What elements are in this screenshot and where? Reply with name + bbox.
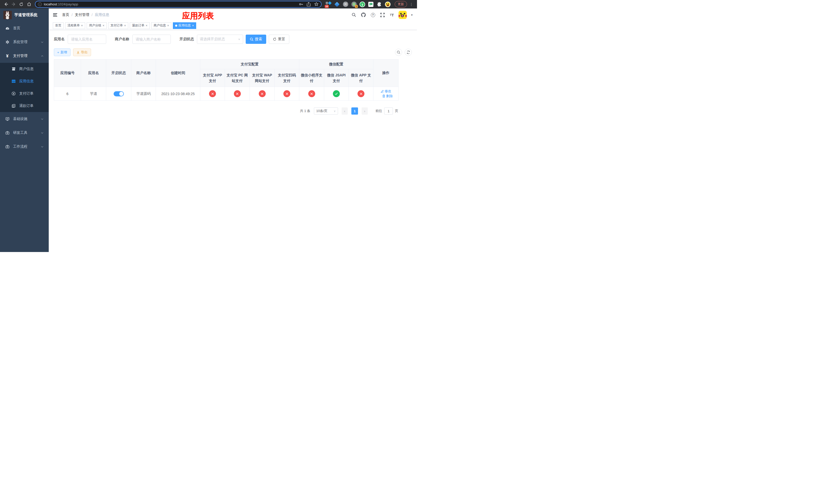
payment-status-icon — [283, 90, 290, 97]
site-info-icon[interactable]: i — [38, 2, 42, 6]
tag-merchant-info[interactable]: 商户信息× — [151, 22, 171, 29]
sidebar-item-label: 研发工具 — [13, 131, 27, 135]
sidebar-submenu-payment: 商户信息 应用信息 支付订单 退款订单 — [0, 63, 49, 112]
font-size-icon[interactable]: TT — [389, 12, 395, 18]
help-icon[interactable]: ? — [370, 12, 376, 18]
page-number-1[interactable]: 1 — [351, 108, 358, 115]
tag-user-group[interactable]: 用户分组× — [87, 22, 107, 29]
refresh-table-button[interactable] — [405, 49, 412, 56]
edit-link[interactable]: 修改 — [380, 89, 391, 94]
close-icon[interactable]: × — [167, 24, 169, 27]
tag-process-form[interactable]: 流程表单× — [65, 22, 85, 29]
sidebar-item-infra[interactable]: 基础设施 — [0, 112, 49, 126]
goto-unit-label: 页 — [395, 109, 398, 113]
chevron-up-icon — [41, 54, 44, 58]
sidebar-item-label: 退款订单 — [19, 104, 34, 108]
chat-bubble-glyph — [369, 3, 373, 6]
extension-command-icon[interactable]: ⌘ — [343, 2, 348, 7]
storefront-icon — [11, 67, 16, 71]
back-arrow-icon — [4, 2, 8, 6]
tag-refund-order[interactable]: 退款订单× — [130, 22, 150, 29]
bookmark-star-icon[interactable] — [314, 2, 319, 6]
close-icon[interactable]: × — [146, 24, 148, 27]
prev-page-button[interactable]: ‹ — [342, 108, 348, 115]
search-button[interactable]: 搜索 — [246, 35, 266, 44]
export-button[interactable]: 导出 — [73, 48, 91, 56]
app-title: 芋道管理系统 — [14, 13, 38, 18]
breadcrumb-payment[interactable]: 支付管理 — [75, 13, 89, 17]
share-icon[interactable] — [307, 2, 311, 6]
extension-chat-icon[interactable] — [368, 2, 374, 7]
url-text[interactable]: localhost:1024/pay/app — [44, 2, 297, 6]
browser-update-button[interactable]: 更新 — [395, 1, 407, 7]
extension-emoji-icon[interactable] — [385, 2, 391, 7]
sidebar-item-merchant-info[interactable]: 商户信息 — [0, 63, 49, 75]
user-menu-caret-icon[interactable]: ▼ — [411, 14, 413, 17]
url-path: :1024/pay/app — [57, 2, 78, 6]
address-bar[interactable]: i localhost:1024/pay/app — [35, 1, 322, 8]
app-logo — [3, 11, 12, 19]
breadcrumb-home[interactable]: 首页 — [62, 13, 69, 17]
app-name-input[interactable] — [68, 35, 106, 44]
extension-blue-diamond-icon[interactable]: 10 — [326, 2, 331, 7]
column-header-wechat-jsapi: 微信 JSAPI 支付 — [324, 69, 349, 87]
payment-status-icon — [234, 90, 241, 97]
sidebar-item-system[interactable]: 系统管理 — [0, 35, 49, 49]
sidebar-item-pay-order[interactable]: 支付订单 — [0, 87, 49, 100]
close-icon[interactable]: × — [81, 24, 83, 27]
browser-home-button[interactable] — [26, 1, 32, 8]
add-button[interactable]: + 新增 — [54, 48, 70, 56]
sidebar-item-dev-tools[interactable]: 研发工具 — [0, 126, 49, 140]
goto-page-input[interactable] — [384, 108, 393, 115]
tag-pay-order[interactable]: 支付订单× — [108, 22, 128, 29]
browser-reload-button[interactable] — [18, 1, 25, 8]
status-select[interactable]: 请选择开启状态 ∨ — [197, 35, 243, 44]
cross-icon — [236, 92, 239, 95]
browser-forward-button[interactable] — [10, 1, 17, 8]
payment-status-icon — [209, 90, 216, 97]
extension-yuque-icon[interactable]: y — [359, 2, 365, 7]
fullscreen-icon[interactable] — [379, 12, 385, 18]
edit-pencil-icon — [380, 90, 384, 93]
merchant-name-input[interactable] — [132, 35, 171, 44]
tag-home[interactable]: 首页× — [53, 22, 64, 29]
tag-app-info[interactable]: 应用信息× — [173, 22, 196, 29]
sidebar-item-workflow[interactable]: 工作流程 — [0, 140, 49, 154]
sidebar: 芋道管理系统 首页 系统管理 ¥ 支付管理 — [0, 8, 49, 252]
sidebar-item-payment[interactable]: ¥ 支付管理 — [0, 49, 49, 63]
sidebar-item-home[interactable]: 首页 — [0, 21, 49, 35]
sidebar-item-app-info[interactable]: 应用信息 — [0, 75, 49, 87]
chevron-down-icon — [41, 41, 44, 44]
pagination-total: 共 1 条 — [300, 109, 310, 113]
sidebar-logo-row[interactable]: 芋道管理系统 — [0, 8, 49, 21]
header-search-button[interactable] — [351, 12, 357, 18]
group-header-alipay: 支付宝配置 — [200, 60, 299, 69]
extension-recorder-icon[interactable]: 1 — [351, 2, 357, 7]
close-icon[interactable]: × — [124, 24, 126, 27]
toggle-search-button[interactable] — [395, 49, 402, 56]
cross-icon — [310, 92, 313, 95]
toolbox-icon — [5, 131, 9, 135]
next-page-button[interactable]: › — [361, 108, 368, 115]
status-toggle[interactable] — [114, 91, 124, 96]
sidebar-item-refund-order[interactable]: 退款订单 — [0, 100, 49, 112]
browser-back-button[interactable] — [3, 1, 9, 8]
close-icon[interactable]: × — [192, 24, 194, 27]
user-avatar[interactable] — [398, 11, 407, 19]
column-header-app-name: 应用名 — [81, 60, 106, 87]
extensions-puzzle-icon[interactable] — [376, 2, 382, 7]
sidebar-item-label: 工作流程 — [13, 144, 27, 149]
github-icon[interactable] — [360, 12, 366, 18]
sidebar-collapse-button[interactable] — [52, 12, 58, 18]
password-key-icon[interactable] — [299, 2, 303, 6]
reset-button[interactable]: 重置 — [269, 35, 289, 44]
browser-menu-button[interactable]: ⋮ — [410, 2, 413, 6]
sidebar-item-label: 系统管理 — [13, 40, 27, 44]
download-icon — [76, 51, 80, 54]
delete-link[interactable]: 删除 — [382, 94, 393, 98]
chevron-down-icon — [41, 132, 44, 134]
payment-status-icon — [308, 90, 315, 97]
close-icon[interactable]: × — [103, 24, 104, 27]
extension-kite-icon[interactable] — [334, 2, 340, 7]
page-size-select[interactable]: 10条/页 ∨ — [314, 108, 338, 115]
